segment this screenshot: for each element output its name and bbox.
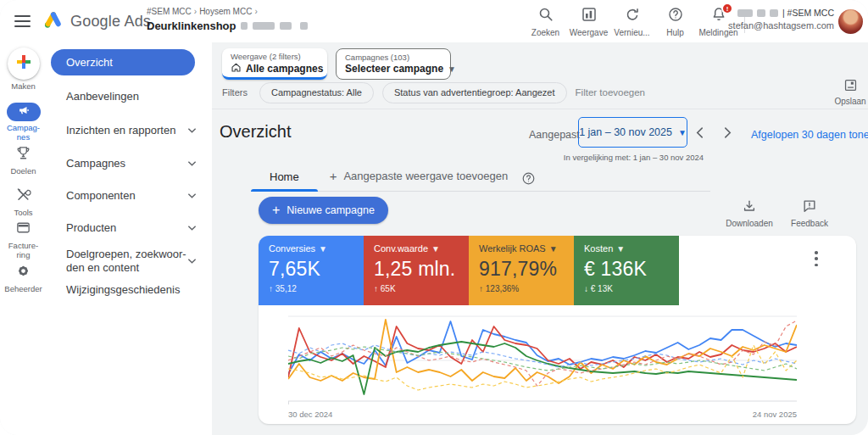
sidebar-item-producten[interactable]: Producten	[66, 221, 197, 235]
rail-item-campagnes[interactable]: Campag-nes	[0, 103, 47, 142]
sidebar-item-wijzigingsgeschiedenis[interactable]: Wijzigingsgeschiedenis	[66, 283, 197, 297]
avatar[interactable]	[838, 9, 863, 34]
download-button[interactable]: Downloaden	[726, 198, 772, 228]
tab-home[interactable]: Home	[251, 170, 318, 191]
scorecard-werkelijk-roas[interactable]: Werkelijk ROAS▼ 917,79% ↑ 123,36%	[469, 236, 574, 305]
save-icon	[843, 78, 858, 96]
redacted-text	[300, 22, 308, 30]
redacted-text	[253, 22, 275, 30]
redacted-text	[757, 9, 765, 17]
scorecard-metric[interactable]: Conversies	[269, 243, 315, 254]
search-label: Zoeken	[531, 28, 559, 37]
top-bar: Google Ads #SEM MCC›Hoysem MCC› Deurklin…	[0, 0, 868, 42]
breadcrumb-separator: ›	[254, 7, 257, 16]
date-next-button[interactable]	[724, 126, 732, 142]
breadcrumb: #SEM MCC›Hoysem MCC› Deurklinkenshop	[147, 7, 308, 33]
sidebar-item-componenten[interactable]: Componenten	[66, 189, 197, 203]
breadcrumb-account-name[interactable]: Deurklinkenshop	[147, 20, 236, 33]
scorecard-metric[interactable]: Werkelijk ROAS	[479, 243, 546, 254]
help-icon	[667, 6, 684, 26]
x-axis-end-label: 24 nov 2025	[753, 410, 797, 419]
logo-text: Google Ads	[70, 13, 151, 31]
rail-item-facturering[interactable]: Facture-ring	[0, 220, 47, 260]
rail-label-facturering: Facture-	[8, 241, 38, 250]
rail-item-doelen[interactable]: Doelen	[0, 145, 47, 176]
new-campaign-label: Nieuwe campagne	[287, 204, 375, 216]
campaigns-pill[interactable]	[7, 103, 41, 121]
bar-chart-icon	[581, 6, 598, 26]
create-button[interactable]	[8, 47, 40, 80]
breadcrumb-separator: ›	[194, 7, 197, 16]
sidebar-item-label: Overzicht	[66, 56, 113, 69]
scorecard-metric[interactable]: Kosten	[584, 243, 613, 254]
delta-value: € 13K	[591, 284, 613, 293]
sidebar-item-label: Wijzigingsgeschiedenis	[66, 283, 180, 297]
account-info[interactable]: | #SEM MCC stefan@hashtagsem.com	[728, 8, 834, 31]
breadcrumb-submcc[interactable]: Hoysem MCC	[199, 7, 252, 16]
add-filter-button[interactable]: Filter toevoegen	[576, 87, 645, 98]
feedback-button[interactable]: Feedback	[787, 198, 832, 228]
redacted-text	[280, 22, 292, 30]
filter-chip-advertentiegroep[interactable]: Status van advertentiegroep: Aangezet	[382, 82, 567, 103]
breadcrumb-mcc[interactable]: #SEM MCC	[147, 7, 192, 16]
view-selector-dropdown[interactable]: Weergave (2 filters) Alle campagnes ▼	[222, 48, 327, 80]
chevron-down-icon	[187, 221, 197, 235]
refresh-label: Vernieu...	[614, 28, 649, 37]
chart-x-axis: 30 dec 2024 24 nov 2025	[288, 410, 797, 419]
filter-chip-campagnestatus[interactable]: Campagnestatus: Alle	[259, 82, 374, 103]
billing-card-icon	[15, 220, 31, 239]
save-button[interactable]: Opslaan	[829, 78, 868, 106]
scorecard-metric[interactable]: Conv.waarde	[374, 243, 428, 254]
add-custom-view-label: Aangepaste weergave toevoegen	[343, 170, 508, 182]
sidebar-item-aanbevelingen[interactable]: Aanbevelingen	[66, 90, 197, 103]
delta-arrow: ↑	[479, 284, 483, 293]
google-ads-logo-icon	[42, 9, 64, 33]
campaign-selector-value: Selecteer campagne	[345, 63, 443, 75]
rail-item-tools[interactable]: Tools	[0, 187, 47, 218]
scorecard-value: 7,65K	[269, 258, 353, 281]
scorecard-value: 1,25 mln.	[374, 258, 459, 281]
gear-icon	[15, 263, 31, 282]
chevron-down-icon	[187, 254, 197, 268]
sidebar-item-doelgroepen[interactable]: Doelgroepen, zoekwoor-den en content	[66, 248, 197, 276]
date-range-picker[interactable]: 1 jan – 30 nov 2025 ▼	[578, 117, 687, 148]
dropdown-arrow-icon: ▼	[616, 244, 625, 254]
rail-item-beheerder[interactable]: Beheerder	[0, 263, 47, 294]
page-title: Overzicht	[220, 122, 291, 142]
date-prev-button[interactable]	[696, 126, 704, 142]
help-button[interactable]: Hulp	[654, 6, 697, 37]
view-label: Weergave	[570, 28, 608, 37]
dropdown-arrow-icon: ▼	[678, 128, 687, 137]
scorecard-kosten[interactable]: Kosten▼ € 136K ↓ € 13K	[574, 236, 679, 305]
view-button[interactable]: Weergave	[567, 6, 610, 37]
dropdown-arrow-icon: ▼	[448, 64, 456, 74]
help-circle-icon[interactable]	[521, 171, 536, 186]
scorecard-conversies[interactable]: Conversies▼ 7,65K ↑ 35,12	[259, 236, 364, 305]
new-campaign-button[interactable]: + Nieuwe campagne	[259, 197, 388, 224]
download-icon	[742, 198, 757, 217]
sidebar-item-overzicht[interactable]: Overzicht	[51, 49, 195, 75]
sidebar-item-label: Aanbevelingen	[66, 90, 139, 103]
view-selector-label: Weergave (2 filters)	[231, 52, 319, 61]
panel-options-kebab-icon[interactable]	[810, 249, 823, 268]
sidebar-item-label-2: den en content	[66, 261, 139, 274]
x-axis-start-label: 30 dec 2024	[288, 410, 332, 419]
refresh-button[interactable]: Vernieu...	[610, 6, 654, 37]
delta-value: 123,36%	[486, 284, 519, 293]
scorecard-conv-waarde[interactable]: Conv.waarde▼ 1,25 mln. ↑ 65K	[364, 236, 469, 305]
rail-item-maken[interactable]: Maken	[0, 47, 47, 92]
feedback-label: Feedback	[791, 219, 828, 228]
redacted-text	[770, 9, 778, 17]
menu-icon[interactable]	[14, 15, 31, 27]
sidebar-item-inzichten[interactable]: Inzichten en rapporten	[66, 124, 197, 137]
campaign-selector-dropdown[interactable]: Campagnes (103) Selecteer campagne ▼	[336, 48, 451, 80]
chevron-down-icon	[187, 124, 197, 137]
show-last-30-days-link[interactable]: Afgelopen 30 dagen tonen	[751, 129, 868, 141]
dropdown-arrow-icon: ▼	[319, 244, 327, 254]
sidebar-item-label: Doelgroepen, zoekwoor-	[66, 248, 186, 260]
add-custom-view-button[interactable]: + Aangepaste weergave toevoegen	[318, 169, 520, 191]
trophy-icon	[15, 145, 31, 165]
search-icon	[537, 6, 554, 26]
sidebar-item-campagnes[interactable]: Campagnes	[66, 157, 197, 170]
search-button[interactable]: Zoeken	[524, 6, 567, 37]
